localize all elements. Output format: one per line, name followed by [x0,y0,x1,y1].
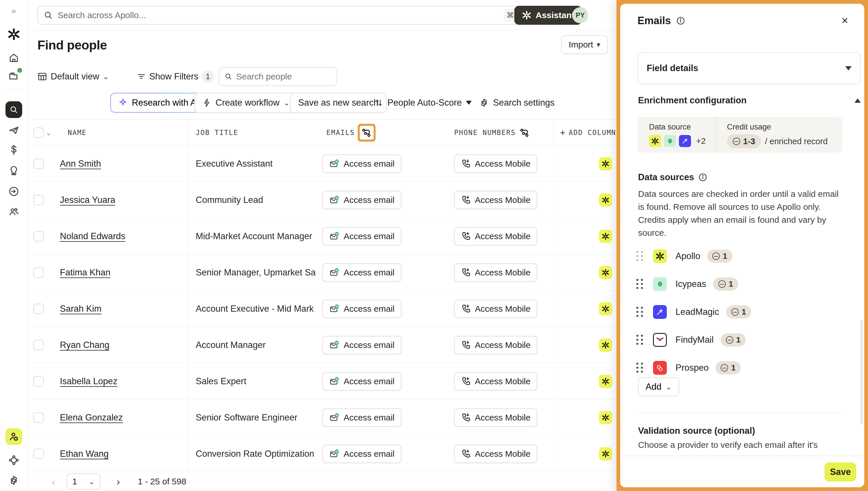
apollo-enriched-icon[interactable] [599,266,612,279]
tools-icon[interactable] [8,165,19,176]
drag-handle-icon[interactable] [636,279,643,289]
workflows-icon[interactable] [8,455,19,466]
row-checkbox[interactable] [33,304,44,314]
access-mobile-button[interactable]: Access Mobile [454,408,537,427]
apollo-enriched-icon[interactable] [599,157,612,170]
row-checkbox[interactable] [33,376,44,386]
people-auto-score-button[interactable]: People Auto-Score [374,93,472,113]
row-checkbox[interactable] [33,195,44,205]
drag-handle-icon[interactable] [636,251,643,261]
chevron-down-icon: ▾ [597,40,600,49]
search-settings-button[interactable]: Search settings [479,93,555,113]
apollo-enriched-icon[interactable] [599,447,612,461]
row-checkbox[interactable] [33,158,44,169]
access-mobile-button[interactable]: Access Mobile [454,445,537,463]
emails-enrichment-icon-highlighted[interactable] [358,124,376,142]
select-all-checkbox[interactable] [33,127,44,138]
person-name-link[interactable]: Isabella Lopez [60,376,117,386]
apollo-enriched-icon[interactable] [599,194,612,207]
access-email-button[interactable]: Access email [322,445,402,463]
access-email-button[interactable]: Access email [322,372,402,391]
close-icon[interactable]: × [841,15,848,26]
research-with-ai-wrap: Research with AI [110,93,207,113]
drag-handle-icon[interactable] [636,335,643,345]
drag-handle-icon[interactable] [636,307,643,317]
prev-page-button[interactable]: ‹ [52,476,55,487]
info-icon[interactable] [698,173,707,182]
phone-enrichment-icon[interactable] [520,128,529,138]
person-name-link[interactable]: Ryan Chang [60,340,109,350]
access-mobile-button[interactable]: Access Mobile [454,372,537,391]
apollo-enriched-icon[interactable] [599,302,612,315]
header-phone-numbers[interactable]: PHONE NUMBERS [454,128,516,137]
apollo-logo-icon[interactable] [7,28,21,41]
sequences-icon[interactable] [8,125,19,136]
next-page-button[interactable]: › [117,476,120,487]
row-checkbox[interactable] [33,449,44,459]
chevron-down-icon[interactable]: ⌄ [47,129,51,136]
global-search[interactable]: ⌘ K [37,6,536,25]
people-search-input[interactable] [236,72,331,82]
settings-gear-icon[interactable] [8,475,19,486]
access-mobile-button[interactable]: Access Mobile [454,336,537,354]
person-name-link[interactable]: Ann Smith [60,158,101,169]
save-button[interactable]: Save [824,463,856,482]
page-select[interactable]: 1 ⌄ [66,473,100,490]
apollo-enriched-icon[interactable] [599,339,612,352]
info-icon[interactable] [676,16,685,25]
row-checkbox[interactable] [33,267,44,278]
field-details-section[interactable]: Field details [637,52,861,84]
access-mobile-button[interactable]: Access Mobile [454,227,537,246]
apollo-enriched-icon[interactable] [599,375,612,388]
access-email-button[interactable]: Access email [322,263,402,282]
row-checkbox[interactable] [33,231,44,241]
row-checkbox[interactable] [33,340,44,350]
panel-scrollbar[interactable] [860,320,863,424]
deals-icon[interactable] [8,144,19,155]
header-job-title[interactable]: JOB TITLE [196,128,238,137]
global-search-input[interactable] [58,10,504,20]
assistant-button[interactable]: Assistant [514,6,582,25]
header-emails[interactable]: EMAILS [326,128,355,137]
access-email-button[interactable]: Access email [322,227,402,246]
table-row: Ann SmithExecutive AssistantAccess email… [28,146,616,182]
person-name-link[interactable]: Elena Gonzalez [60,412,123,423]
access-mobile-button[interactable]: Access Mobile [454,263,537,282]
access-email-button[interactable]: Access email [322,191,402,209]
add-source-button[interactable]: Add ⌄ [638,377,679,396]
collapse-sidebar-icon[interactable]: » [11,6,16,16]
sidebar-item-search-active[interactable] [5,101,22,118]
avatar[interactable]: PY [572,7,588,23]
header-name[interactable]: NAME [68,128,87,137]
view-selector[interactable]: Default view ⌄ [37,71,109,82]
person-name-link[interactable]: Noland Edwards [60,231,125,241]
access-email-button[interactable]: Access email [322,299,402,318]
person-name-link[interactable]: Fatima Khan [60,267,111,278]
enrichment-configuration-section[interactable]: Enrichment configuration [638,95,861,106]
person-name-link[interactable]: Ethan Wang [60,449,109,459]
access-email-button[interactable]: Access email [322,154,402,173]
people-search[interactable] [219,67,337,86]
add-contact-icon[interactable] [5,428,22,445]
show-filters-button[interactable]: Show Filters 1 [137,70,214,83]
access-email-button[interactable]: Access email [322,408,402,427]
add-column-button[interactable]: + ADD COLUMN [553,120,616,145]
person-name-link[interactable]: Jessica Yuara [60,195,115,205]
person-name-link[interactable]: Sarah Kim [60,304,102,314]
row-checkbox[interactable] [33,412,44,423]
access-mobile-button[interactable]: Access Mobile [454,299,537,318]
access-mobile-button[interactable]: Access Mobile [454,154,537,173]
research-with-ai-button[interactable]: Research with AI [111,93,206,112]
save-as-new-search-button[interactable]: Save as new search [290,93,386,113]
import-button[interactable]: Import ▾ [561,35,608,54]
create-workflow-button[interactable]: Create workflow ⌄ [194,93,298,113]
home-icon[interactable] [8,52,19,63]
drag-handle-icon[interactable] [636,363,643,373]
apollo-enriched-icon[interactable] [599,230,612,243]
folders-icon[interactable] [8,71,19,82]
access-mobile-button[interactable]: Access Mobile [454,191,537,209]
enrich-icon[interactable] [8,186,19,197]
access-email-button[interactable]: Access email [322,336,402,354]
people-icon[interactable] [8,206,19,217]
apollo-enriched-icon[interactable] [599,411,612,424]
